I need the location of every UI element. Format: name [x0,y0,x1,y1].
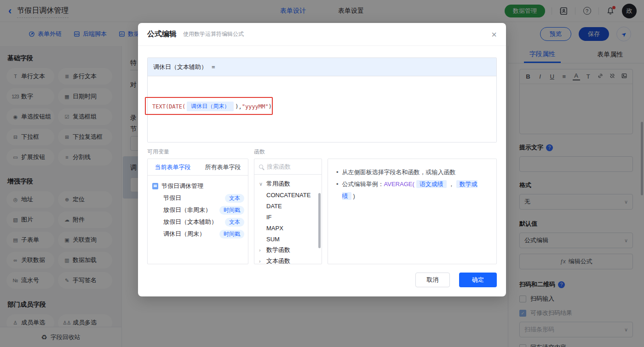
type-badge: 文本 [225,218,244,227]
type-badge: 时间戳 [219,206,244,215]
example-field-chip: 语文成绩 [416,180,447,188]
function-item[interactable]: MAPX [259,222,322,233]
function-item[interactable]: IF [259,211,322,222]
functions-label: 函数 [254,148,265,156]
functions-panel: ∨ 常用函数 CONCATENATE DATE IF MAPX SUM › 数学… [254,159,322,264]
search-icon [259,165,263,169]
type-badge: 时间戳 [219,230,244,239]
formula-edit-modal: 公式编辑 使用数学运算符编辑公式 × 调休日（文本辅助） = TEXT(DATE… [138,23,506,296]
hint-line: • 从左侧面板选择字段名和函数，或输入函数 [336,166,488,178]
formula-target-bar: 调休日（文本辅助） = [148,58,496,76]
formula-string: "yyyyMM" [242,103,269,110]
formula-paren: ), [235,103,242,110]
type-badge: 文本 [225,194,244,203]
bullet-icon: • [336,178,339,190]
chevron-right-icon: › [259,258,264,264]
formula-expression[interactable]: TEXT(DATE( 调休日（周末） ), "yyyyMM" ) [152,102,272,111]
function-search-input[interactable] [267,163,308,170]
field-chip[interactable]: 调休日（周末） [187,102,234,111]
variables-panel: 当前表单字段 所有表单字段 节假日调休管理 节假日 文本 放假日（非周末） 时间… [147,159,248,264]
hint-example-line: • 公式编辑举例：AVERAGE(语文成绩，数学成绩) [336,178,488,202]
variable-row[interactable]: 放假日（文本辅助） 文本 [152,216,244,228]
app: ‹ 节假日调休管理 表单设计 表单设置 数据管理 ? [0,0,644,347]
hints-panel: • 从左侧面板选择字段名和函数，或输入函数 • 公式编辑举例：AVERAGE(语… [328,159,497,264]
cancel-button[interactable]: 取消 [415,273,450,287]
example-function: AVERAGE( [384,181,414,188]
variables-tree: 节假日调休管理 节假日 文本 放假日（非周末） 时间戳 放假日（文本辅助） 文本… [148,176,248,240]
formula-target-field: 调休日（文本辅助） [153,63,207,71]
variable-row[interactable]: 放假日（非周末） 时间戳 [152,204,244,216]
function-list-scrollbar[interactable] [318,193,321,248]
confirm-button[interactable]: 确定 [459,273,497,287]
variable-row[interactable]: 节假日 文本 [152,192,244,204]
modal-subtitle: 使用数学运算符编辑公式 [183,30,244,38]
variable-row[interactable]: 调休日（周末） 时间戳 [152,228,244,240]
equals-sign: = [212,63,215,70]
modal-header: 公式编辑 使用数学运算符编辑公式 × [138,23,506,46]
function-group-common[interactable]: ∨ 常用函数 [259,178,322,189]
form-doc-icon [152,183,158,189]
variables-label: 可用变量 [147,148,169,156]
function-item[interactable]: SUM [259,233,322,245]
variables-tabs: 当前表单字段 所有表单字段 [148,159,248,176]
function-item[interactable]: DATE [259,200,322,211]
close-icon[interactable]: × [491,30,497,39]
function-group-text[interactable]: › 文本函数 [259,256,322,264]
tab-all-form-fields[interactable]: 所有表单字段 [198,159,248,175]
function-list: ∨ 常用函数 CONCATENATE DATE IF MAPX SUM › 数学… [254,175,322,264]
modal-title: 公式编辑 [147,29,177,39]
function-group-math[interactable]: › 数学函数 [259,245,322,256]
formula-paren: ) [269,103,272,110]
function-item[interactable]: CONCATENATE [259,189,322,200]
formula-editor-area[interactable]: TEXT(DATE( 调休日（周末） ), "yyyyMM" ) [148,76,496,142]
tree-root-form[interactable]: 节假日调休管理 [152,180,244,192]
formula-function: TEXT(DATE( [152,103,185,110]
tab-current-form-fields[interactable]: 当前表单字段 [148,159,198,175]
chevron-down-icon: ∨ [259,181,264,187]
chevron-right-icon: › [259,247,264,253]
formula-box: 调休日（文本辅助） = TEXT(DATE( 调休日（周末） ), "yyyyM… [147,57,497,142]
function-search[interactable] [254,159,322,175]
bullet-icon: • [336,166,339,178]
